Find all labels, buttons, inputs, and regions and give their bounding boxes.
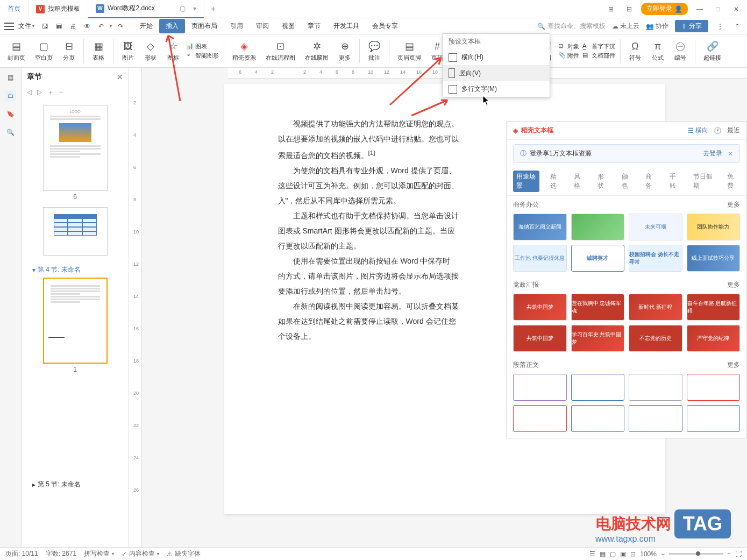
new-tab-button[interactable]: + <box>204 4 222 14</box>
redo-icon[interactable]: ↷ <box>115 21 126 32</box>
ribbon-smartart[interactable]: ⚬智能图形 <box>186 52 219 60</box>
save-icon[interactable]: 🖫 <box>40 21 51 32</box>
ribbon-number[interactable]: ㊀编号 <box>671 39 690 63</box>
template-item[interactable]: 奋斗百年路 启航新征程 <box>687 294 741 321</box>
ribbon-page-break[interactable]: ⊟分页 <box>59 39 79 63</box>
template-item[interactable]: 诚聘英才 <box>571 245 625 272</box>
template-item[interactable]: 团队协作能力 <box>687 214 741 240</box>
zoom-in-icon[interactable]: + <box>727 550 731 558</box>
template-item[interactable] <box>513 374 567 401</box>
ribbon-icons[interactable]: ☆图标 <box>163 39 183 63</box>
hamburger-icon[interactable] <box>4 23 14 30</box>
textbox-multiline[interactable]: 多行文字(M) <box>443 81 550 97</box>
chapter-delete-icon[interactable]: − <box>59 88 63 97</box>
thumb-6[interactable]: LOGO 6 <box>27 105 123 201</box>
ribbon-hyperlink[interactable]: 🔗超链接 <box>700 39 724 63</box>
ribbon-chart[interactable]: 📊图表 <box>186 42 219 51</box>
template-item[interactable]: 线上面试技巧分享 <box>687 245 741 272</box>
view-mode1-icon[interactable]: ☰ <box>589 550 595 558</box>
template-item[interactable]: 未来可期 <box>629 214 682 240</box>
login-button[interactable]: 立即登录 👤 <box>641 3 688 15</box>
file-arrow-icon[interactable]: ▾ <box>32 24 34 29</box>
status-words[interactable]: 字数: 2671 <box>46 549 76 558</box>
section-5-label[interactable]: ▸ 第 5 节: 未命名 <box>27 477 123 492</box>
view-mode3-icon[interactable]: ▢ <box>610 550 616 558</box>
template-item[interactable] <box>629 374 682 401</box>
ribbon-shapes[interactable]: ◇形状 <box>141 39 160 63</box>
status-page[interactable]: 页面: 10/11 <box>5 549 38 558</box>
folder-icon[interactable]: 🗀 <box>5 90 16 101</box>
template-item[interactable] <box>687 405 741 432</box>
thumb-table[interactable] <box>27 207 123 256</box>
tab-options-icon[interactable]: ▢ <box>180 5 186 12</box>
filter-style[interactable]: 风格 <box>571 171 587 192</box>
ribbon-comment[interactable]: 💬批注 <box>365 39 384 63</box>
menu-tab-layout[interactable]: 页面布局 <box>185 19 224 33</box>
fit-icon[interactable]: ⊡ <box>630 550 636 558</box>
template-item[interactable] <box>571 405 625 432</box>
section-party-more[interactable]: 更多 <box>727 280 740 289</box>
chapter-close-icon[interactable]: ✕ <box>117 73 123 81</box>
history-icon[interactable]: 🕐 <box>714 127 722 134</box>
ribbon-dropcap[interactable]: A̲首字下沉 <box>582 42 615 51</box>
find-icon[interactable]: 🔍 <box>5 127 16 138</box>
thumb-1[interactable]: 1 <box>27 278 123 373</box>
fullscreen-icon[interactable]: ⛶ <box>735 550 742 558</box>
template-item[interactable]: 严守党的纪律 <box>687 325 741 352</box>
ribbon-blank-page[interactable]: ▢空白页 <box>32 39 56 63</box>
ribbon-object[interactable]: ⊡对象 <box>558 42 579 51</box>
menu-tab-view[interactable]: 视图 <box>275 19 301 33</box>
ribbon-flowchart[interactable]: ⊡在线流程图 <box>262 39 298 63</box>
menu-tab-start[interactable]: 开始 <box>133 19 159 33</box>
template-item[interactable]: 海纳百艺阅义新闻 <box>513 214 567 240</box>
grid1-icon[interactable]: ⊞ <box>604 3 617 16</box>
share-button[interactable]: ⇧ 分享 <box>675 20 708 32</box>
print-preview-icon[interactable]: 👁 <box>82 21 93 32</box>
collab-button[interactable]: 👥 协作 <box>646 22 668 31</box>
template-item[interactable] <box>629 405 682 432</box>
zoom-value[interactable]: 100% <box>640 550 657 558</box>
zoom-out-icon[interactable]: − <box>661 550 665 558</box>
filter-color[interactable]: 颜色 <box>618 171 635 192</box>
direction-toggle[interactable]: ☰ 横向 <box>688 126 708 135</box>
ribbon-table[interactable]: ▦表格 <box>89 39 108 63</box>
ribbon-daoke[interactable]: ◈稻壳资源 <box>229 39 259 63</box>
ribbon-attachment[interactable]: 📎附件 <box>558 52 579 60</box>
more-icon[interactable]: ⋮ <box>715 21 725 32</box>
section-4-label[interactable]: ▾ 第 4 节: 未命名 <box>27 262 123 278</box>
template-item[interactable] <box>571 374 625 401</box>
file-menu[interactable]: 文件 <box>18 22 31 31</box>
filter-business[interactable]: 商务 <box>642 171 658 192</box>
section-paragraph-more[interactable]: 更多 <box>727 360 740 370</box>
maximize-button[interactable]: □ <box>712 3 724 16</box>
minimize-button[interactable]: — <box>693 3 706 16</box>
undo-arrow-icon[interactable]: ▾ <box>110 24 112 29</box>
collapse-icon[interactable]: ⌃ <box>732 21 743 32</box>
template-item[interactable] <box>513 405 567 432</box>
page-thumb[interactable] <box>43 207 108 256</box>
page-thumb-selected[interactable] <box>43 278 108 364</box>
print-icon[interactable]: 🖨 <box>68 21 79 32</box>
undo-icon[interactable]: ↶ <box>96 21 106 32</box>
filter-shape[interactable]: 形状 <box>594 171 610 192</box>
ribbon-docparts[interactable]: ▤文档部件 <box>582 52 615 60</box>
template-item[interactable]: 工作池 也要记得休息 <box>513 245 567 272</box>
menu-tab-reference[interactable]: 引用 <box>224 19 250 33</box>
textbox-vertical[interactable]: 竖向(V) <box>443 65 550 81</box>
panel-login-close-icon[interactable]: ✕ <box>728 150 733 158</box>
ribbon-header-footer[interactable]: ▤页眉页脚 <box>394 39 424 63</box>
ribbon-more[interactable]: ⊕更多 <box>335 39 354 63</box>
status-missing-font[interactable]: ⚠缺失字体 <box>167 549 201 558</box>
template-item[interactable] <box>687 374 741 401</box>
ribbon-cover-page[interactable]: ▤封面页 <box>4 39 29 63</box>
tab-document[interactable]: W Word教程2.docx ▢ ▾ <box>88 0 204 18</box>
close-button[interactable]: ✕ <box>730 3 743 16</box>
grid2-icon[interactable]: ⊟ <box>623 3 636 16</box>
menu-tab-chapter[interactable]: 章节 <box>301 19 327 33</box>
template-item[interactable]: 营在我胸中 忠诚铸军魂 <box>571 294 625 321</box>
panel-login-link[interactable]: 去登录 <box>703 149 722 158</box>
menu-tab-member[interactable]: 会员专享 <box>366 19 404 33</box>
section-business-more[interactable]: 更多 <box>727 200 740 209</box>
recent-label[interactable]: 最近 <box>727 126 740 135</box>
search-box[interactable]: 🔍 查找命令、搜索模板 <box>537 22 606 31</box>
